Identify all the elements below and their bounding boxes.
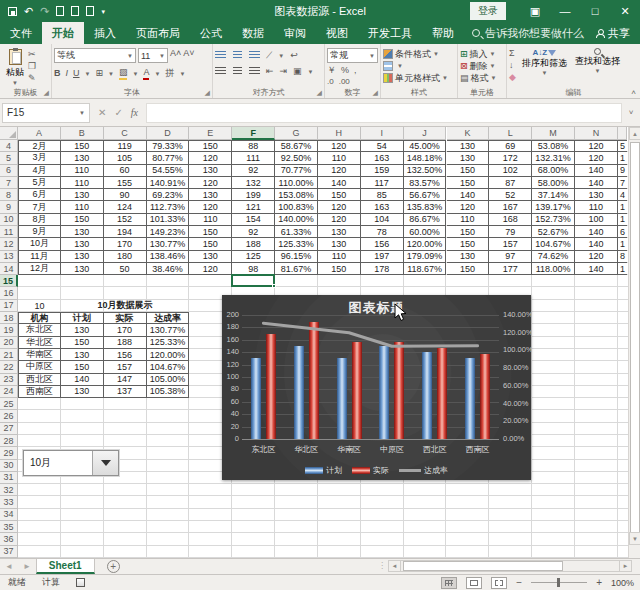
summary-cell-24-0[interactable]: 西南区: [18, 386, 61, 398]
summary-cell-19-2[interactable]: 170: [104, 324, 147, 336]
cell-A10[interactable]: 8月: [18, 214, 61, 226]
insert-function-icon[interactable]: fx: [131, 107, 138, 118]
clear-icon[interactable]: ◆: [509, 72, 516, 83]
clipboard-dialog-launcher-icon[interactable]: ◢: [44, 89, 49, 97]
cell-J14[interactable]: 118.67%: [404, 263, 447, 275]
cell-F12[interactable]: 188: [232, 238, 275, 250]
column-header-L[interactable]: L: [489, 127, 532, 140]
bar-actual-华北区[interactable]: [309, 322, 319, 439]
row-header-4[interactable]: 4: [0, 140, 18, 152]
cell-C8[interactable]: 90: [104, 189, 147, 201]
cell-L7[interactable]: 87: [489, 177, 532, 189]
column-header-B[interactable]: B: [61, 127, 104, 140]
cell-G12[interactable]: 125.33%: [275, 238, 318, 250]
row-header-10[interactable]: 10: [0, 214, 18, 226]
cell-N7[interactable]: 140: [575, 177, 618, 189]
column-header-J[interactable]: J: [404, 127, 447, 140]
percent-style-icon[interactable]: %: [341, 65, 349, 76]
decrease-decimal-icon[interactable]: .00: [339, 76, 350, 87]
row-header-18[interactable]: 18: [0, 312, 18, 324]
legend-actual[interactable]: 实际: [352, 465, 389, 476]
cell-J13[interactable]: 179.09%: [404, 251, 447, 263]
cell-D4[interactable]: 79.33%: [147, 140, 190, 152]
row-header-35[interactable]: 35: [0, 521, 18, 533]
macro-record-icon[interactable]: [76, 578, 85, 587]
bar-actual-西南区[interactable]: [480, 354, 490, 439]
cell-L8[interactable]: 52: [489, 189, 532, 201]
cell-I12[interactable]: 156: [361, 238, 404, 250]
cell-K13[interactable]: 130: [447, 251, 490, 263]
row-header-20[interactable]: 20: [0, 337, 18, 349]
cell-J8[interactable]: 56.67%: [404, 189, 447, 201]
bar-actual-中原区[interactable]: [394, 342, 404, 439]
comma-style-icon[interactable]: ,: [354, 65, 357, 76]
cell-L14[interactable]: 177: [489, 263, 532, 275]
cell-G13[interactable]: 96.15%: [275, 251, 318, 263]
cell-I9[interactable]: 163: [361, 201, 404, 213]
cell-N9[interactable]: 110: [575, 201, 618, 213]
cell-D5[interactable]: 80.77%: [147, 152, 190, 164]
cell-clipped-6[interactable]: 9: [618, 165, 627, 177]
ribbon-display-options-icon[interactable]: ▣: [520, 0, 550, 22]
cell-N10[interactable]: 100: [575, 214, 618, 226]
cell-clipped-9[interactable]: 1: [618, 201, 627, 213]
cell-F8[interactable]: 199: [232, 189, 275, 201]
cell-A4[interactable]: 2月: [18, 140, 61, 152]
cell-G5[interactable]: 92.50%: [275, 152, 318, 164]
close-button[interactable]: ✕: [610, 0, 640, 22]
cell-M10[interactable]: 152.73%: [532, 214, 575, 226]
shrink-font-icon[interactable]: A˅: [183, 48, 194, 63]
ribbon-tab-文件[interactable]: 文件: [0, 22, 42, 44]
autosum-icon[interactable]: Σ: [509, 48, 516, 59]
cell-E11[interactable]: 150: [189, 226, 232, 238]
cell-E10[interactable]: 110: [189, 214, 232, 226]
column-header-K[interactable]: K: [447, 127, 490, 140]
vertical-scrollbar[interactable]: ▲ ▼: [628, 127, 640, 558]
chart-legend[interactable]: 计划实际达成率: [222, 465, 531, 476]
row-header-27[interactable]: 27: [0, 423, 18, 435]
cell-H12[interactable]: 130: [318, 238, 361, 250]
align-center-icon[interactable]: [233, 67, 242, 76]
wrap-text-icon[interactable]: ↩: [290, 50, 298, 61]
cell-F13[interactable]: 125: [232, 251, 275, 263]
normal-view-icon[interactable]: [441, 577, 457, 589]
summary-header-实际[interactable]: 实际: [104, 312, 147, 324]
cell-B12[interactable]: 130: [61, 238, 104, 250]
tab-sheet1[interactable]: Sheet1: [36, 559, 95, 574]
cell-K12[interactable]: 150: [447, 238, 490, 250]
cell-F11[interactable]: 92: [232, 226, 275, 238]
cell-C4[interactable]: 119: [104, 140, 147, 152]
cell-M9[interactable]: 139.17%: [532, 201, 575, 213]
maximize-button[interactable]: □: [580, 0, 610, 22]
cell-F4[interactable]: 88: [232, 140, 275, 152]
ribbon-tab-公式[interactable]: 公式: [190, 22, 232, 44]
cell-D7[interactable]: 140.91%: [147, 177, 190, 189]
cell-D14[interactable]: 38.46%: [147, 263, 190, 275]
cell-I5[interactable]: 163: [361, 152, 404, 164]
row-header-12[interactable]: 12: [0, 238, 18, 250]
cell-F6[interactable]: 92: [232, 165, 275, 177]
fill-handle[interactable]: [272, 284, 276, 288]
align-top-icon[interactable]: [215, 51, 226, 60]
cell-N5[interactable]: 120: [575, 152, 618, 164]
cell-C7[interactable]: 155: [104, 177, 147, 189]
cell-A9[interactable]: 7月: [18, 201, 61, 213]
cell-styles-button[interactable]: 单元格样式▼: [383, 72, 455, 84]
cell-L12[interactable]: 157: [489, 238, 532, 250]
cell-I6[interactable]: 159: [361, 165, 404, 177]
ribbon-tab-数据[interactable]: 数据: [232, 22, 274, 44]
cell-J11[interactable]: 60.00%: [404, 226, 447, 238]
row-header-17[interactable]: 17: [0, 300, 18, 312]
summary-cell-22-1[interactable]: 150: [61, 361, 104, 373]
cell-H8[interactable]: 150: [318, 189, 361, 201]
find-select-button[interactable]: 查找和选择 ▼: [575, 48, 620, 83]
summary-cell-22-2[interactable]: 157: [104, 361, 147, 373]
cell-I8[interactable]: 85: [361, 189, 404, 201]
cell-B11[interactable]: 130: [61, 226, 104, 238]
cell-E7[interactable]: 120: [189, 177, 232, 189]
summary-cell-22-0[interactable]: 中原区: [18, 361, 61, 373]
column-header-I[interactable]: I: [361, 127, 404, 140]
row-header-30[interactable]: 30: [0, 460, 18, 472]
italic-button[interactable]: I: [66, 68, 69, 79]
column-header-M[interactable]: M: [532, 127, 575, 140]
